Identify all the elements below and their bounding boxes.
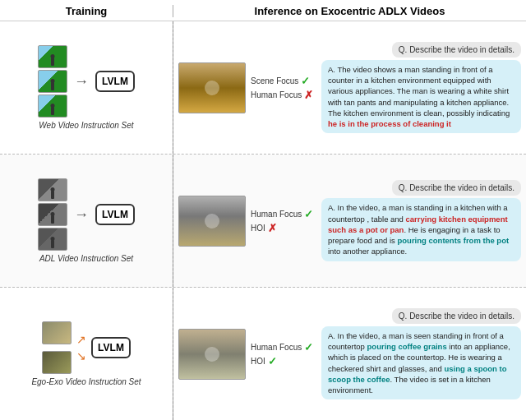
ego-thumb-2 xyxy=(42,351,72,374)
lvlm-box-adl: LVLM xyxy=(95,204,135,225)
speech-adl: Q. Describe the video in details. A. In … xyxy=(321,180,521,261)
inference-ego: Human Focus ✓ HOI ✓ Q. Describe the vide… xyxy=(173,288,526,420)
human-focus-check-3: ✓ xyxy=(304,341,313,353)
header-inference: Inference on Exocentric ADLX Videos xyxy=(173,5,526,17)
human-focus-row-1: Human Focus ✗ xyxy=(251,89,316,101)
hoi-check-ego: ✓ xyxy=(268,355,277,367)
lvlm-box-ego: LVLM xyxy=(91,337,131,358)
inf-video-web xyxy=(178,62,246,113)
human-focus-row-2: Human Focus ✓ xyxy=(251,208,316,220)
header-training: Training xyxy=(0,5,173,17)
speech-ego: Q. Describe the video in details. A. In … xyxy=(321,308,521,400)
web-thumb-1 xyxy=(38,45,67,68)
answer-adl-3: into another appliance. xyxy=(328,247,407,256)
header-row: Training Inference on Exocentric ADLX Vi… xyxy=(0,0,526,21)
question-bubble-web: Q. Describe the video in details. xyxy=(392,42,521,58)
adl-img-stack xyxy=(38,178,67,251)
human-focus-label-1: Human Focus xyxy=(251,90,302,99)
answer-bubble-web: A. The video shows a man standing in fro… xyxy=(321,60,521,134)
training-web: → LVLM Web Video Instruction Set xyxy=(0,21,173,154)
training-images-web: → LVLM xyxy=(38,45,135,118)
inference-adl: Human Focus ✓ HOI ✗ Q. Describe the vide… xyxy=(173,155,526,287)
human-focus-label-3: Human Focus xyxy=(251,343,302,352)
training-images-adl: → LVLM xyxy=(38,178,135,251)
human-focus-row-3: Human Focus ✓ xyxy=(251,341,316,353)
question-bubble-ego: Q. Describe the video in details. xyxy=(392,308,521,324)
labels-web: Scene Focus ✓ Human Focus ✗ xyxy=(251,75,316,101)
ego-arrow-container xyxy=(42,321,72,374)
lvlm-box-web: LVLM xyxy=(95,71,135,92)
inference-web: Scene Focus ✓ Human Focus ✗ Q. Describe … xyxy=(173,21,526,154)
ego-img-stack xyxy=(42,321,72,374)
answer-bubble-ego: A. In the video, a man is seen standing … xyxy=(321,326,521,400)
answer-ego-highlight-1: pouring coffee grains xyxy=(367,342,447,351)
hoi-row-adl: HOI ✗ xyxy=(251,222,316,234)
labels-adl: Human Focus ✓ HOI ✗ xyxy=(251,208,316,234)
human-focus-label-2: Human Focus xyxy=(251,210,302,219)
answer-text-web-1: A. The video shows a man standing in fro… xyxy=(328,65,510,118)
adl-thumb-1 xyxy=(38,178,67,201)
row-adl-video: → LVLM ADL Video Instruction Set Human F… xyxy=(0,155,526,288)
web-img-stack xyxy=(38,45,67,118)
answer-bubble-adl: A. In the video, a man is standing in a … xyxy=(321,198,521,261)
training-label-web: Web Video Instruction Set xyxy=(39,121,133,130)
training-label-adl: ADL Video Instruction Set xyxy=(39,254,133,263)
speech-web: Q. Describe the video in details. A. The… xyxy=(321,42,521,134)
arrow-web: → xyxy=(74,73,89,90)
hoi-cross-adl: ✗ xyxy=(268,222,277,234)
hoi-row-ego: HOI ✓ xyxy=(251,355,316,367)
web-thumb-2 xyxy=(38,70,67,93)
orange-arrow-top: ↗ xyxy=(76,333,86,346)
adl-thumb-3 xyxy=(38,228,67,251)
scene-focus-row: Scene Focus ✓ xyxy=(251,75,316,87)
labels-ego: Human Focus ✓ HOI ✓ xyxy=(251,341,316,367)
training-label-ego: Ego-Exo Video Instruction Set xyxy=(31,377,141,386)
hoi-label-adl: HOI xyxy=(251,224,265,233)
row-web-video: → LVLM Web Video Instruction Set Scene F… xyxy=(0,21,526,155)
answer-highlight-web: he is in the process of cleaning it xyxy=(328,119,451,128)
adl-thumb-2 xyxy=(38,203,67,226)
arrow-adl: → xyxy=(74,206,89,224)
content-rows: → LVLM Web Video Instruction Set Scene F… xyxy=(0,21,526,420)
inf-video-ego xyxy=(178,329,246,380)
question-bubble-adl: Q. Describe the video in details. xyxy=(392,180,521,196)
hoi-label-ego: HOI xyxy=(251,357,265,366)
human-focus-cross-1: ✗ xyxy=(304,89,313,101)
ego-thumb-1 xyxy=(42,321,72,344)
row-ego-exo-video: ↗ ↘ LVLM Ego-Exo Video Instruction Set H… xyxy=(0,288,526,420)
answer-adl-highlight-2: pouring contents from the pot xyxy=(398,236,510,245)
human-focus-check-2: ✓ xyxy=(304,208,313,220)
inf-video-adl xyxy=(178,196,246,247)
main-container: Training Inference on Exocentric ADLX Vi… xyxy=(0,0,526,420)
training-images-ego: ↗ ↘ LVLM xyxy=(42,321,131,374)
orange-arrow-bottom: ↘ xyxy=(76,349,86,362)
training-adl: → LVLM ADL Video Instruction Set xyxy=(0,155,173,287)
scene-focus-label: Scene Focus xyxy=(251,76,298,85)
scene-focus-check: ✓ xyxy=(301,75,310,87)
web-thumb-3 xyxy=(38,95,67,118)
training-ego: ↗ ↘ LVLM Ego-Exo Video Instruction Set xyxy=(0,288,173,420)
